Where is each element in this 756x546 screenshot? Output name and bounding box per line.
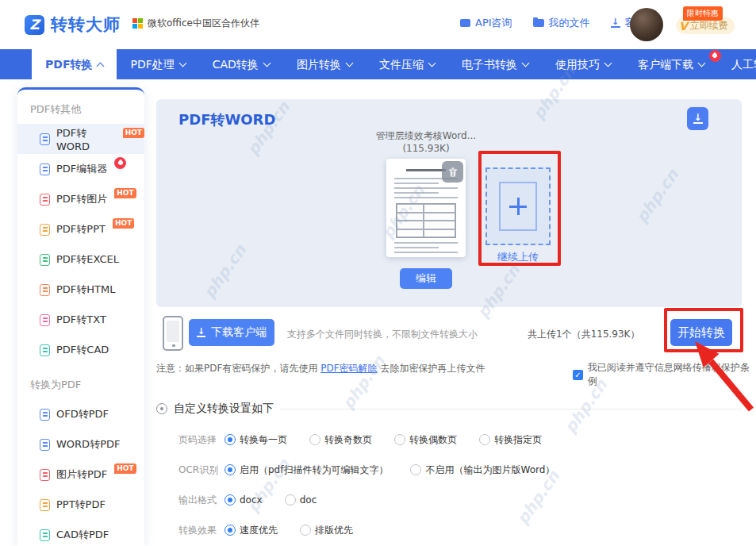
sidebar-item-cad-to-pdf[interactable]: CAD转PDF (17, 520, 144, 546)
panel-download-button[interactable]: ↓ (687, 107, 708, 130)
main-nav: PDF转换 PDF处理 CAD转换 图片转换 文件压缩 电子书转换 使用技巧 客… (0, 49, 756, 79)
edit-button[interactable]: 编辑 (400, 268, 452, 289)
hot-badge: HOT (114, 188, 136, 198)
setting-row-ocr: OCR识别 启用（pdf扫描件转为可编辑文字） 不启用（输出为图片版Word） (156, 455, 742, 485)
support-text: 支持多个文件同时转换，不限制文件转换大小 (287, 328, 478, 341)
radio-option[interactable]: 转换奇数页 (309, 433, 372, 447)
doc-icon (40, 409, 50, 421)
radio-icon[interactable] (300, 525, 311, 536)
header: Z 转转大师 微软office中国区合作伙伴 API咨询 我的文件 ↓ 客户端 … (0, 0, 756, 49)
logo-text: 转转大师 (51, 13, 121, 36)
user-avatar[interactable] (630, 8, 663, 41)
radio-option[interactable]: 转换偶数页 (394, 433, 457, 447)
nav-item-file-compress[interactable]: 文件压缩 (366, 49, 448, 79)
radio-icon[interactable] (224, 464, 236, 475)
api-consult-link[interactable]: API咨询 (460, 16, 512, 30)
sidebar-item-pdf-to-ppt[interactable]: PDF转PPTHOT (17, 214, 144, 244)
chevron-up-icon (97, 63, 105, 71)
gear-icon (156, 403, 167, 414)
chevron-down-icon (178, 60, 186, 67)
doc-icon (40, 499, 50, 511)
radio-option[interactable]: 转换每一页 (224, 433, 287, 447)
delete-file-button[interactable] (442, 161, 463, 183)
sidebar-item-ofd-to-pdf[interactable]: OFD转PDF (17, 399, 144, 429)
radio-option[interactable]: 速度优先 (224, 524, 278, 537)
doc-icon (40, 529, 50, 541)
sidebar-item-pdf-editor[interactable]: PDF编辑器 (17, 154, 144, 184)
settings-header: 自定义转换设置如下 (156, 402, 742, 416)
sidebar-item-word-to-pdf[interactable]: WORD转PDF (17, 429, 144, 459)
password-note: 注意：如果PDF有密码保护，请先使用 PDF密码解除 去除加密保护再上传文件 (156, 362, 485, 375)
radio-icon[interactable] (285, 494, 296, 506)
doc-icon (40, 284, 50, 296)
radio-icon[interactable] (309, 434, 320, 445)
radio-icon[interactable] (394, 434, 405, 445)
doc-icon (40, 163, 50, 175)
logo-icon: Z (25, 15, 44, 35)
chevron-down-icon (345, 60, 353, 67)
doc-icon (40, 344, 50, 356)
radio-icon[interactable] (479, 434, 490, 445)
nav-item-tips[interactable]: 使用技巧 (542, 49, 624, 79)
my-files-link[interactable]: 我的文件 (533, 16, 590, 30)
hot-badge: HOT (114, 463, 136, 474)
doc-icon (40, 133, 50, 145)
agreement-checkbox[interactable]: ✓ (573, 370, 583, 380)
radio-option[interactable]: doc (285, 494, 317, 506)
app-window: Z 转转大师 微软office中国区合作伙伴 API咨询 我的文件 ↓ 客户端 … (0, 0, 756, 546)
start-convert-button[interactable]: 开始转换 (670, 319, 732, 346)
doc-icon (40, 314, 50, 326)
download-icon: ↓ (197, 328, 205, 337)
radio-icon[interactable] (224, 525, 236, 536)
sidebar-item-pdf-to-cad[interactable]: PDF转CAD (17, 335, 144, 365)
radio-icon[interactable] (224, 494, 236, 506)
pdf-password-remove-link[interactable]: PDF密码解除 (320, 363, 377, 374)
nav-item-cad-convert[interactable]: CAD转换 (199, 49, 283, 79)
promo-badge: 限时特惠 (683, 6, 723, 21)
download-icon: ↓ (611, 18, 620, 28)
download-client-button[interactable]: ↓下载客户端 (189, 319, 274, 346)
chevron-down-icon (604, 60, 612, 67)
sidebar-item-ppt-to-pdf[interactable]: PPT转PDF (17, 490, 144, 520)
header-links: API咨询 我的文件 ↓ 客户端 (460, 16, 656, 30)
nav-item-pdf-process[interactable]: PDF处理 (117, 49, 198, 79)
trash-icon (447, 167, 459, 178)
continue-upload-dropzone[interactable] (485, 167, 551, 245)
sidebar-item-pdf-to-txt[interactable]: PDF转TXT (17, 305, 144, 335)
sidebar-item-pdf-to-html[interactable]: PDF转HTML (17, 275, 144, 305)
doc-icon (40, 194, 50, 206)
sidebar-item-pdf-to-word[interactable]: PDF转WORDHOT (17, 124, 144, 154)
radio-option[interactable]: 转换指定页 (479, 433, 542, 447)
sidebar-section-title: 转换为PDF (17, 365, 144, 399)
radio-option[interactable]: 启用（pdf扫描件转为可编辑文字） (224, 463, 388, 477)
nav-item-pdf-convert[interactable]: PDF转换 (32, 49, 117, 79)
folder-icon (533, 19, 544, 27)
logo[interactable]: Z 转转大师 (25, 13, 121, 36)
sidebar: PDF转其他 PDF转WORDHOT PDF编辑器 PDF转图片HOT PDF转… (17, 87, 144, 546)
page-title: PDF转WORD (178, 110, 275, 129)
upload-inner (499, 182, 537, 231)
download-icon: ↓ (693, 113, 703, 124)
agreement-label: 我已阅读并遵守信息网络传播权保护条例 (588, 361, 756, 388)
nav-item-ebook-convert[interactable]: 电子书转换 (448, 49, 542, 79)
radio-option[interactable]: docx (224, 494, 263, 506)
sidebar-item-pdf-to-excel[interactable]: PDF转EXCEL (17, 244, 144, 275)
hot-badge: HOT (113, 218, 134, 229)
radio-icon[interactable] (410, 464, 421, 475)
nav-item-client-download[interactable]: 客户端下载 (624, 49, 718, 79)
divider (280, 409, 742, 410)
upload-panel: PDF转WORD ↓ 管理层绩效考核Word... (115.93K) 编辑 继… (156, 99, 742, 307)
setting-row-page-select: 页码选择 转换每一页 转换奇数页 转换偶数页 转换指定页 (156, 425, 742, 455)
microsoft-partner: 微软office中国区合作伙伴 (132, 17, 259, 30)
sidebar-item-pdf-to-image[interactable]: PDF转图片HOT (17, 184, 144, 214)
chat-icon (460, 19, 470, 27)
nav-item-image-convert[interactable]: 图片转换 (283, 49, 366, 79)
phone-icon (163, 316, 183, 351)
radio-icon[interactable] (224, 434, 236, 445)
nav-item-manual-convert[interactable]: 人工转换HOT (718, 49, 756, 79)
hot-badge: HOT (123, 128, 144, 138)
radio-option[interactable]: 不启用（输出为图片版Word） (410, 463, 555, 477)
sidebar-item-image-to-pdf[interactable]: 图片转PDFHOT (17, 459, 144, 490)
plus-icon (509, 198, 527, 215)
radio-option[interactable]: 排版优先 (300, 524, 353, 537)
